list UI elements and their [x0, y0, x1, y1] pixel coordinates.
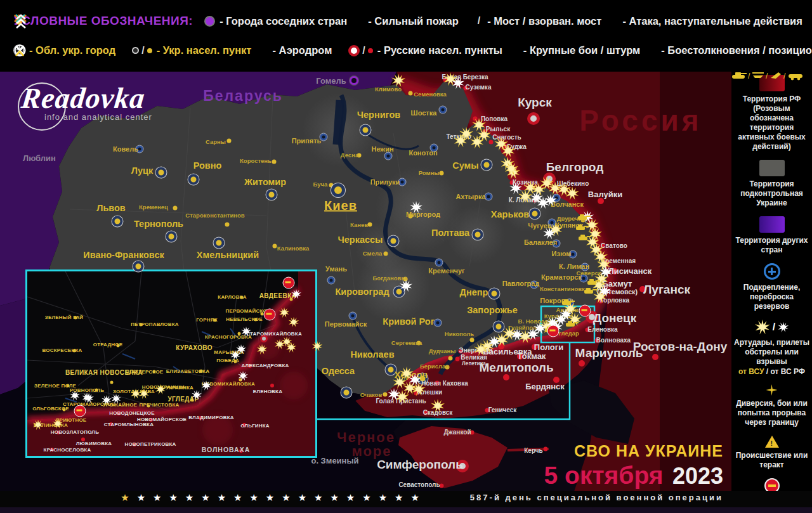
city-label: Десна: [341, 152, 358, 159]
territory-ua-swatch-icon: [759, 160, 785, 176]
progress-star-icon: ★: [410, 492, 419, 503]
city-label: Ахтырка: [455, 193, 485, 201]
progress-star-icon: ★: [314, 492, 322, 503]
destroyed-vehicle-icon: [587, 281, 596, 285]
map-markers-layer: КовельЛуцкРовноСарныКоростеньЖитомирЛьво…: [0, 0, 812, 513]
operation-day-counter: 587-й день специальной военной операции: [470, 493, 723, 502]
city-label: Семеновка: [414, 91, 447, 98]
city-label: ПРЕЧИСТОВКА: [140, 403, 180, 408]
legend-row-1: УСЛОВНЫЕ ОБОЗНАЧЕНИЯ: - Города соседних …: [14, 14, 812, 28]
city-label: Черкассы: [338, 235, 383, 245]
city-dot: [350, 313, 357, 320]
infographic-map-page: КовельЛуцкРовноСарныКоростеньЖитомирЛьво…: [0, 0, 812, 513]
city-dot: [227, 139, 232, 143]
city-dot: [436, 259, 443, 266]
city-label: Кременчуг: [428, 268, 464, 275]
progress-star-icon: ★: [218, 492, 226, 503]
map-title: СВО НА УКРАИНЕ: [544, 442, 723, 460]
city-dot: [214, 238, 225, 249]
legend-item-label: - Боестолкновения / позиционные бои: [661, 44, 812, 56]
city-label: ПОБЕДА: [216, 358, 239, 363]
city-label: ЕЛЕНОВКА: [253, 389, 282, 394]
city-label: Краматорск: [541, 274, 582, 282]
city-label: Климово: [375, 86, 402, 93]
destroyed-vehicle-icon: [584, 290, 593, 294]
city-label: Геническ: [488, 407, 517, 414]
city-label: Еленовка: [587, 327, 617, 334]
strike-pair-icon: /: [755, 320, 789, 335]
city-dot: [273, 244, 277, 249]
city-label: Староконстантинов: [185, 212, 244, 219]
city-label: НОВОДОНЕЦКОЕ: [109, 411, 154, 416]
legend-item-ua-settlement-pair: /- Укр. насел. пункт: [132, 44, 251, 56]
repelled-attack-icon: [264, 309, 276, 321]
city-dot: [133, 261, 144, 272]
destroyed-vehicle-icon: [566, 323, 575, 327]
city-label: Прилуки: [370, 179, 400, 186]
svg-text:/: /: [783, 72, 786, 81]
city-dot: [503, 374, 509, 380]
city-label: Поповка: [481, 116, 508, 123]
date-year: 2023: [672, 463, 723, 489]
sidebar-legend-territory-other-swatch: Территория других стран: [734, 216, 810, 255]
progress-star-icon: ★: [298, 492, 306, 503]
city-label: Тернополь: [134, 219, 183, 229]
repelled-attack-icon: [547, 325, 560, 337]
legend-item-label: - Мост / взорван. мост: [487, 15, 601, 27]
logo-subtitle: info and analytical center: [44, 112, 152, 122]
city-label: ОТРАДНОЕ: [93, 342, 122, 347]
city-label: СТАРОМЛЫНОВКА: [104, 422, 154, 427]
city-label: Чугуев: [528, 223, 551, 230]
city-label: Буча: [313, 181, 328, 188]
city-dot: [112, 216, 123, 227]
sidebar-legend-label: Территория РФ (Розовым обозначена террит…: [734, 94, 810, 152]
city-label: Ковель: [113, 146, 138, 153]
legend-item-ru-settlement-pair: /- Русские насел. пункты: [348, 44, 502, 56]
sidebar-legend-incident-triangle: !Происшествие или теракт: [734, 436, 810, 470]
city-label: НЕВЕЛЬСКОЕ: [226, 317, 263, 322]
progress-star-icon: ★: [379, 492, 387, 503]
city-dot: [494, 321, 504, 332]
sidebar-legend-label: Диверсия, бои или попытка прорыва через …: [734, 399, 810, 427]
city-label: Припять: [292, 138, 322, 145]
city-label: ВОЛНОВАХА: [202, 446, 251, 453]
city-label: СТАРОМИХАЙЛОВКА: [246, 332, 302, 337]
region-label: Беларусь: [203, 88, 283, 105]
city-label: КРАСНОСЕЛОВКА: [44, 448, 91, 453]
city-label: Запорожье: [467, 306, 518, 315]
strike-burst-yellow-icon: [257, 344, 268, 355]
city-label: Чернигов: [357, 110, 400, 120]
top-legend: УСЛОВНЫЕ ОБОЗНАЧЕНИЯ: - Города соседних …: [0, 0, 812, 72]
city-dot: [449, 356, 453, 361]
legend-item-clash-x: - Боестолкновения / позиционные бои: [657, 44, 812, 56]
legend-item-label: - Крупные бои / штурм: [523, 44, 640, 56]
city-label: Полтава: [431, 228, 469, 238]
city-label: Луганск: [643, 283, 690, 296]
city-label: Донецк: [593, 312, 637, 325]
city-label: Кировоград: [335, 287, 389, 297]
city-label-line2: Лепетиха: [461, 361, 487, 367]
legend-item-label: - Русские насел. пункты: [377, 44, 502, 56]
city-dot: [455, 357, 460, 361]
legend-item-aerodrome: - Аэродром: [268, 44, 332, 56]
city-label: Миргород: [406, 211, 440, 219]
city-label: Одесса: [322, 367, 355, 376]
city-label: ПЕТРОПАВЛОВКА: [131, 322, 178, 327]
city-label: Ростов-на-Дону: [633, 341, 728, 353]
city-dot: [440, 171, 444, 176]
city-label: Курск: [518, 96, 552, 109]
city-dot: [341, 387, 352, 398]
city-label: Суземка: [466, 84, 492, 91]
city-dot: [368, 223, 372, 227]
city-label: ЗЕЛЕНЫЙ ГАЙ: [45, 315, 84, 320]
title-block: СВО НА УКРАИНЕ 5 октября 2023: [544, 442, 723, 490]
city-label: Белгород: [546, 161, 604, 174]
city-label: Львов: [96, 204, 126, 213]
city-label: Мариуполь: [575, 347, 643, 360]
city-dot: [166, 231, 177, 242]
sabotage-sparkle-icon: [766, 384, 778, 396]
city-label: Константиновка: [540, 286, 588, 292]
city-label: Шостка: [411, 110, 437, 117]
progress-star-icon: ★: [346, 492, 355, 503]
city-label: Люблин: [23, 154, 56, 163]
